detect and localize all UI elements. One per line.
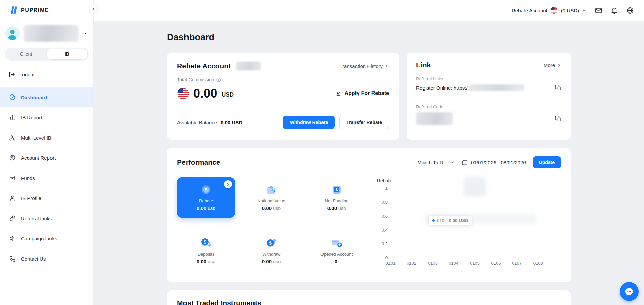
withdraw-rebate-button[interactable]: Withdraw Rebate <box>283 116 335 129</box>
x-tick: 0108 <box>533 261 543 266</box>
tooltip-value: 0.00 USD <box>449 218 468 223</box>
x-tick: 0101 <box>385 261 396 266</box>
x-tick: 0106 <box>491 261 501 266</box>
referral-links-label: Referral Links <box>416 76 562 81</box>
calendar-icon <box>462 159 468 166</box>
apply-for-rebate-label: Apply For Rebate <box>345 90 389 97</box>
logout-button[interactable]: Logout <box>0 66 93 83</box>
avatar <box>5 26 20 41</box>
account-balance: (0 USD) <box>561 8 579 13</box>
net-funding-icon: $ <box>331 184 343 196</box>
sidebar-item-referral-links[interactable]: Referral Links <box>0 208 93 228</box>
person-icon <box>9 195 16 201</box>
metric-value: 0.00 <box>197 205 206 211</box>
x-tick: 0103 <box>428 261 438 266</box>
link-card: Link More Referral Links Register Online… <box>407 53 571 140</box>
sidebar-item-dashboard[interactable]: Dashboard <box>0 87 93 107</box>
metric-label: Notional Value <box>257 198 285 203</box>
svg-text:$: $ <box>336 188 338 192</box>
topbar: Rebate Account (0 USD) <box>94 0 644 21</box>
metric-arrow-button[interactable] <box>224 180 232 188</box>
sidebar-item-multi-level-ib[interactable]: Multi-Level IB <box>0 127 93 148</box>
referral-code-redacted <box>416 112 453 125</box>
person-circle-icon <box>9 154 16 161</box>
metric-opened-account[interactable]: Opened Account 0 <box>308 230 366 271</box>
sidebar-item-campaign-links[interactable]: Campaign Links <box>0 228 93 249</box>
y-tick: 1 <box>377 186 388 191</box>
update-button[interactable]: Update <box>533 156 561 168</box>
sidebar-nav: Dashboard IB Report Multi-Level IB Accou… <box>0 87 93 269</box>
toggle-ib[interactable]: IB <box>46 49 88 60</box>
sidebar-item-account-report[interactable]: Account Report <box>0 148 93 168</box>
register-online-text: Register Online: https:/ <box>416 85 468 91</box>
sidebar-item-label: Account Report <box>21 155 56 161</box>
info-icon[interactable] <box>216 77 221 82</box>
wallet-icon: $ <box>265 184 277 196</box>
transfer-rebate-button[interactable]: Transfer Rebate <box>339 116 389 129</box>
more-link[interactable]: More <box>544 62 562 68</box>
metric-deposits[interactable]: $ Deposits 0.00USD <box>177 230 235 271</box>
sidebar-item-funds[interactable]: Funds <box>0 168 93 188</box>
metric-unit: USD <box>208 260 215 264</box>
svg-text:$: $ <box>269 240 272 246</box>
mail-icon[interactable] <box>595 7 602 14</box>
tooltip-x-label: 0102 <box>437 218 447 223</box>
account-selector[interactable]: Rebate Account (0 USD) <box>512 7 586 14</box>
sidebar-collapse-button[interactable] <box>89 5 98 13</box>
main-area: Rebate Account (0 USD) Dashboard <box>94 0 644 305</box>
date-range-picker[interactable]: 01/01/2026 - 08/01/2026 <box>462 159 526 166</box>
series-dot <box>432 219 435 222</box>
account-selector-label: Rebate Account <box>512 8 547 13</box>
chevron-right-icon <box>384 64 389 69</box>
globe-icon[interactable] <box>626 7 634 14</box>
available-balance-value: 0.00 USD <box>221 120 242 125</box>
y-tick: 0.8 <box>377 200 388 205</box>
us-flag-icon <box>177 87 189 100</box>
metric-withdraw[interactable]: $ Withdraw 0.00USD <box>242 230 300 271</box>
most-traded-card: Most Traded Instruments <box>167 290 571 305</box>
period-select[interactable]: Month To D... <box>417 160 455 165</box>
chat-bubble-icon <box>624 287 634 297</box>
brand-name: PUPRIME <box>21 7 49 13</box>
sidebar-item-ib-report[interactable]: IB Report <box>0 107 93 127</box>
metric-label: Opened Account <box>320 252 353 257</box>
gridline <box>391 244 558 244</box>
apply-for-rebate-link[interactable]: Apply For Rebate <box>335 90 389 97</box>
megaphone-icon <box>9 235 16 242</box>
rebate-series-line <box>391 258 538 258</box>
sidebar-item-label: IB Profile <box>21 195 41 201</box>
chart-y-axis-title: Rebate <box>377 178 392 183</box>
copy-icon[interactable] <box>555 115 562 122</box>
bell-icon[interactable] <box>610 7 618 14</box>
x-axis-labels: 0101 0102 0103 0104 0105 0106 0107 0108 <box>385 261 543 266</box>
opened-account-icon <box>331 237 343 249</box>
rebate-dollar-icon: $ <box>200 184 212 196</box>
chevron-up-icon[interactable] <box>82 31 87 36</box>
profile-row[interactable] <box>0 16 93 42</box>
metric-rebate[interactable]: $ Rebate 0.00USD <box>177 177 235 218</box>
x-tick: 0104 <box>449 261 459 266</box>
sidebar-item-label: Referral Links <box>21 216 52 221</box>
rebate-account-card: Rebate Account Transaction History Total… <box>167 53 399 140</box>
apply-rebate-icon <box>335 90 342 97</box>
hierarchy-icon <box>9 134 16 141</box>
metric-value: 0.00 <box>262 205 272 211</box>
us-flag-icon <box>550 7 558 14</box>
date-range-value: 01/01/2026 - 08/01/2026 <box>471 160 526 165</box>
referral-code-label: Referral Code <box>416 104 562 109</box>
toggle-client[interactable]: Client <box>6 49 46 60</box>
sidebar-item-contact-us[interactable]: Contact Us <box>0 249 93 269</box>
metric-label: Rebate <box>199 198 213 203</box>
performance-card: Performance Month To D... 01/01/2026 - 0… <box>167 148 571 282</box>
metric-unit: USD <box>273 207 281 211</box>
referral-url-redacted <box>469 84 524 91</box>
chat-button[interactable] <box>620 282 639 301</box>
rebate-card-title: Rebate Account <box>177 62 231 70</box>
sidebar-item-ib-profile[interactable]: IB Profile <box>0 188 93 208</box>
client-ib-toggle: Client IB <box>5 48 89 61</box>
copy-icon[interactable] <box>555 84 562 91</box>
metric-notional-value[interactable]: $ Notional Value 0.00USD <box>242 177 300 218</box>
metric-net-funding[interactable]: $ Net Funding 0.00USD <box>308 177 366 218</box>
more-label: More <box>544 62 555 68</box>
transaction-history-link[interactable]: Transaction History <box>339 63 389 69</box>
